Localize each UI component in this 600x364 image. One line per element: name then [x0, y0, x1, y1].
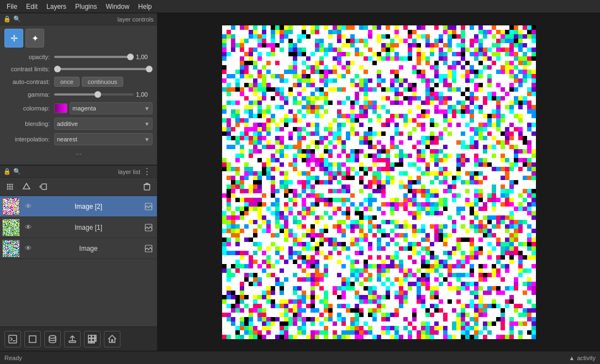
- upload-button[interactable]: [64, 331, 81, 347]
- gamma-label: gamma:: [4, 91, 54, 98]
- image-canvas: [222, 25, 536, 339]
- layer-item-image1[interactable]: 👁 Image [1]: [0, 217, 157, 238]
- svg-point-8: [12, 188, 13, 190]
- interpolation-select[interactable]: nearest ▼: [54, 133, 152, 145]
- contrast-limits-row: contrast limits:: [0, 63, 157, 75]
- layer-visibility-image[interactable]: 👁: [22, 242, 34, 255]
- 3d-layers-button[interactable]: [44, 331, 61, 347]
- label-tool-button[interactable]: [35, 180, 51, 194]
- menubar: File Edit Layers Plugins Window Help: [0, 0, 600, 13]
- opacity-value: 1,00: [136, 54, 152, 60]
- layer-controls-title: layer controls: [21, 16, 154, 23]
- terminal-button[interactable]: [4, 331, 21, 347]
- svg-point-0: [7, 184, 9, 186]
- canvas-area[interactable]: [157, 13, 600, 351]
- opacity-label: opacity:: [4, 54, 54, 60]
- search-icon-2[interactable]: 🔍: [13, 168, 21, 175]
- svg-rect-18: [69, 341, 76, 342]
- continuous-button[interactable]: continuous: [82, 77, 123, 87]
- main-pixel-canvas: [222, 25, 536, 339]
- layer-list-header-icons: 🔒 🔍: [3, 168, 21, 175]
- svg-point-3: [7, 186, 9, 188]
- gamma-row: gamma: 1,00: [0, 88, 157, 101]
- layer-item-image2[interactable]: 👁 Image [2]: [0, 196, 157, 217]
- svg-rect-24: [95, 339, 96, 341]
- interpolation-label: interpolation:: [4, 136, 54, 143]
- layer-item-image[interactable]: 👁 Image: [0, 238, 157, 259]
- layer-list-section: 🔒 🔍 layer list ⋮: [0, 165, 157, 351]
- activity-label: activity: [577, 355, 596, 361]
- search-icon[interactable]: 🔍: [13, 15, 21, 23]
- more-options[interactable]: ···: [0, 147, 157, 160]
- svg-rect-25: [88, 342, 91, 343]
- contrast-slider[interactable]: [54, 68, 152, 70]
- svg-rect-20: [92, 335, 94, 338]
- svg-rect-19: [88, 335, 91, 338]
- controls-toolbar: ✛ ✦: [0, 25, 157, 51]
- interpolation-value: nearest: [57, 136, 77, 143]
- bottom-toolbar: [0, 326, 157, 351]
- svg-rect-11: [144, 184, 150, 190]
- main-layout: 🔒 🔍 layer controls ✛ ✦ opacity: 1,00: [0, 13, 600, 351]
- colormap-row: colormap: magenta ▼: [0, 101, 157, 116]
- menu-file[interactable]: File: [2, 2, 22, 12]
- svg-rect-21: [95, 335, 96, 338]
- activity-link[interactable]: ▲ activity: [569, 355, 596, 361]
- colormap-arrow-icon: ▼: [144, 105, 150, 112]
- status-text: Ready: [4, 355, 22, 361]
- colormap-select[interactable]: magenta ▼: [70, 102, 152, 114]
- layer-thumbnail-image: [2, 240, 20, 257]
- auto-contrast-row: auto-contrast: once continuous: [0, 75, 157, 88]
- grid-button[interactable]: [84, 331, 101, 347]
- gamma-value: 1,00: [136, 91, 152, 98]
- menu-help[interactable]: Help: [134, 2, 156, 12]
- contrast-limits-label: contrast limits:: [4, 66, 54, 72]
- square-button[interactable]: [24, 331, 41, 347]
- lock-icon-2[interactable]: 🔒: [3, 168, 11, 175]
- auto-contrast-label: auto-contrast:: [4, 78, 54, 85]
- layer-list-content: 👁 Image [2] 👁 Image [1]: [0, 196, 157, 326]
- move-tool-button[interactable]: ✛: [4, 29, 23, 48]
- layer-list-menu[interactable]: ⋮: [140, 166, 154, 177]
- layer-thumbnail-image1: [2, 219, 20, 236]
- svg-rect-22: [88, 339, 91, 341]
- layer-type-icon-image2: [143, 201, 155, 213]
- svg-point-5: [12, 186, 13, 188]
- point-tool-button[interactable]: [2, 180, 18, 194]
- svg-rect-16: [29, 336, 36, 342]
- layer-visibility-image2[interactable]: 👁: [22, 201, 34, 213]
- menu-layers[interactable]: Layers: [42, 2, 71, 12]
- interpolation-row: interpolation: nearest ▼: [0, 131, 157, 147]
- layer-visibility-image1[interactable]: 👁: [22, 221, 34, 234]
- svg-rect-26: [92, 342, 94, 343]
- menu-plugins[interactable]: Plugins: [71, 2, 101, 12]
- blending-label: blending:: [4, 120, 54, 127]
- blending-select[interactable]: additive ▼: [54, 118, 152, 130]
- lock-icon[interactable]: 🔒: [3, 15, 11, 23]
- once-button[interactable]: once: [54, 77, 80, 87]
- home-button[interactable]: [104, 331, 120, 347]
- svg-point-1: [9, 184, 11, 186]
- delete-layer-button[interactable]: [139, 180, 155, 194]
- svg-point-17: [49, 335, 56, 338]
- layer-name-image2: Image [2]: [34, 203, 143, 210]
- blending-row: blending: additive ▼: [0, 116, 157, 131]
- layer-list-title: layer list: [21, 168, 140, 175]
- transform-tool-button[interactable]: ✦: [25, 29, 44, 48]
- activity-arrow-icon: ▲: [569, 355, 575, 361]
- svg-point-2: [12, 184, 13, 186]
- menu-edit[interactable]: Edit: [22, 2, 42, 12]
- interpolation-arrow-icon: ▼: [144, 136, 150, 143]
- svg-point-6: [7, 188, 9, 190]
- layer-thumbnail-image2: [2, 198, 20, 215]
- gamma-slider[interactable]: [54, 93, 134, 96]
- layer-name-image: Image: [34, 245, 143, 252]
- polygon-tool-button[interactable]: [19, 180, 34, 194]
- layer-controls-panel: 🔒 🔍 layer controls ✛ ✦ opacity: 1,00: [0, 13, 157, 165]
- menu-window[interactable]: Window: [101, 2, 134, 12]
- colormap-value: magenta: [72, 105, 96, 112]
- svg-point-7: [9, 188, 11, 190]
- colormap-swatch: [54, 103, 67, 113]
- opacity-slider[interactable]: [54, 56, 134, 58]
- svg-marker-9: [23, 183, 30, 189]
